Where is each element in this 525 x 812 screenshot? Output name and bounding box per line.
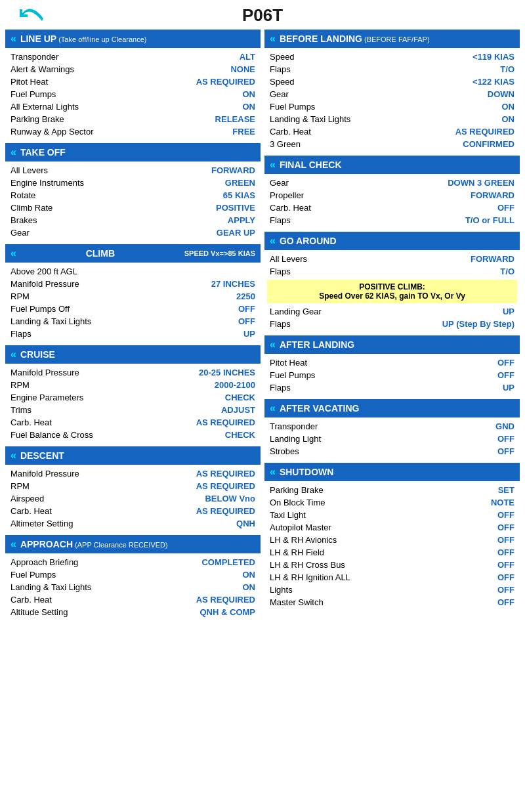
section-title-text: SHUTDOWN [280,467,333,477]
list-item: LightsOFF [267,584,517,596]
left-column: «LINE UP (Take off/line up Clearance)Tra… [5,30,261,624]
section-title-text: CRUISE [20,349,55,360]
item-label: Engine Instruments [10,178,190,188]
section-body-approach: Approach BriefingCOMPLETEDFuel PumpsONLa… [5,555,261,620]
item-value: GEAR UP [190,228,255,238]
section-body-beforelanding: Speed<119 KIASFlapsT/OSpeed<122 KIASGear… [264,49,520,152]
chevrons-icon: « [270,339,276,351]
section-body-takeoff: All LeversFORWARDEngine InstrumentsGREEN… [5,163,261,240]
list-item: RPM2250 [8,290,258,303]
item-value: T/O [449,64,514,74]
item-value: 65 KIAS [190,190,255,200]
list-item: Climb RatePOSITIVE [8,202,258,214]
list-item: Runway & App SectorFREE [8,125,258,138]
page: P06T «LINE UP (Take off/line up Clearanc… [0,0,525,629]
list-item: Fuel PumpsON [8,568,258,581]
item-label: Lights [270,585,449,595]
list-item: RPMAS REQUIRED [8,480,258,492]
item-label: Parking Brake [10,114,190,124]
item-label: Autopilot Master [270,523,449,532]
item-value: APPLY [190,215,255,225]
section-shutdown: «SHUTDOWNParking BrakeSETOn Block TimeNO… [264,463,520,610]
list-item: TrimsADJUST [8,404,258,416]
item-label: Runway & App Sector [10,127,190,137]
list-item: Speed<119 KIAS [267,51,517,63]
item-label: Fuel Pumps [10,570,190,580]
list-item: Carb. HeatAS REQUIRED [8,416,258,429]
item-label: Fuel Pumps [10,89,190,99]
section-title-text: GO AROUND [280,236,337,246]
item-value: COMPLETED [190,557,255,567]
section-subtext: (APP Clearance RECEIVED) [73,541,168,549]
chevrons-icon: « [10,349,16,360]
list-item: Pitot HeatOFF [267,356,517,369]
item-label: All Levers [10,165,190,175]
item-value: QNH & COMP [190,607,255,617]
list-item: Carb. HeatOFF [267,202,517,214]
section-title-text: FINAL CHECK [280,160,342,170]
item-label: Gear [270,89,449,99]
item-label: Transponder [270,421,449,431]
list-item: Manifold Pressure20-25 INCHES [8,366,258,379]
section-header-takeoff: «TAKE OFF [5,143,261,161]
item-value: 2000-2100 [190,380,255,390]
item-label: Landing Gear [270,307,449,316]
item-value: ALT [190,52,255,62]
item-value: <119 KIAS [449,52,514,62]
item-label: Manifold Pressure [10,469,190,479]
item-label: Engine Parameters [10,393,190,402]
list-item: Pitot HeatAS REQUIRED [8,75,258,88]
list-item: AirspeedBELOW Vno [8,492,258,505]
section-cruise: «CRUISEManifold Pressure20-25 INCHESRPM2… [5,345,261,442]
list-item: LH & RH FieldOFF [267,546,517,559]
section-header-descent: «DESCENT [5,446,261,465]
chevrons-icon: « [270,402,276,414]
item-value: ADJUST [190,405,255,415]
section-header-cruise: «CRUISE [5,345,261,364]
section-body-descent: Manifold PressureAS REQUIREDRPMAS REQUIR… [5,466,261,531]
item-label: Landing Light [270,434,449,444]
chevrons-icon: « [10,538,16,550]
item-label: Pitot Heat [270,358,449,368]
item-value: SET [449,485,514,495]
list-item: LH & RH Cross BusOFF [267,559,517,571]
item-value: 2250 [190,291,255,301]
item-label: Altitude Setting [10,607,190,617]
item-value: T/O or FULL [449,215,514,225]
item-value: OFF [449,535,514,545]
list-item: Autopilot MasterOFF [267,521,517,534]
section-body-shutdown: Parking BrakeSETOn Block TimeNOTETaxi Li… [264,482,520,610]
section-descent: «DESCENTManifold PressureAS REQUIREDRPMA… [5,446,261,531]
item-label: Strobes [270,446,449,456]
section-lineup: «LINE UP (Take off/line up Clearance)Tra… [5,30,261,139]
item-label: Flaps [10,329,190,339]
item-value: NOTE [449,498,514,507]
item-value: CONFIRMED [449,139,514,149]
list-item: FlapsT/O [267,265,517,278]
list-item: FlapsUP (Step By Step) [267,318,517,330]
list-item: Carb. HeatAS REQUIRED [267,125,517,138]
section-subtext: (BEFORE FAF/FAP) [362,35,430,43]
right-column: «BEFORE LANDING (BEFORE FAF/FAP)Speed<11… [264,30,520,624]
item-value: AS REQUIRED [190,506,255,516]
list-item: Fuel PumpsON [8,88,258,100]
list-item: Landing & Taxi LightsON [8,581,258,593]
item-label: LH & RH Ignition ALL [270,572,449,582]
item-label: Fuel Pumps [270,102,449,112]
item-value: <122 KIAS [449,77,514,87]
item-value: UP [449,307,514,316]
list-item: Landing & Taxi LightsOFF [8,315,258,328]
list-item: Altimeter SettingQNH [8,517,258,530]
list-item: Fuel PumpsOFF [267,369,517,381]
chevrons-icon: « [10,33,16,45]
item-label: Flaps [270,215,449,225]
section-title-text: BEFORE LANDING (BEFORE FAF/FAP) [280,33,430,44]
section-goaround: «GO AROUNDAll LeversFORWARDFlapsT/OPOSIT… [264,232,520,331]
back-arrow-icon[interactable] [18,4,45,27]
item-label: Above 200 ft AGL [10,267,255,276]
section-title-text: AFTER LANDING [280,339,354,350]
item-value: CHECK [190,393,255,402]
list-item: Engine InstrumentsGREEN [8,177,258,189]
item-value: ON [190,582,255,592]
section-beforelanding: «BEFORE LANDING (BEFORE FAF/FAP)Speed<11… [264,30,520,152]
